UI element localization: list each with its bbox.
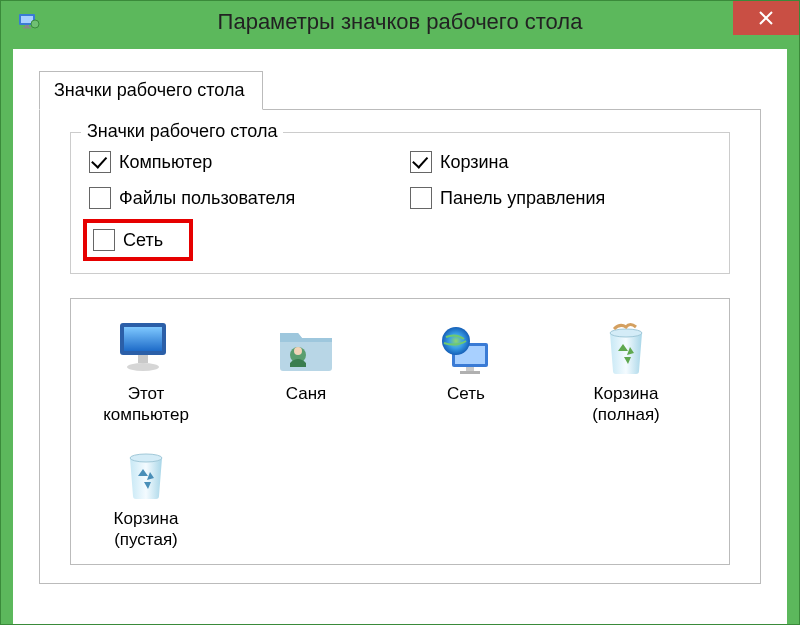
svg-point-8 [127, 363, 159, 371]
desktop-icons-groupbox: Значки рабочего стола Компьютер Корзина [70, 132, 730, 274]
icon-item-thispc[interactable]: Этот компьютер [81, 315, 211, 430]
checkbox-label: Корзина [440, 152, 509, 173]
checkbox-network[interactable]: Сеть [93, 229, 163, 251]
icon-label: Корзина (полная) [592, 383, 660, 426]
checkbox-label: Файлы пользователя [119, 188, 295, 209]
svg-rect-6 [124, 327, 162, 351]
checkbox-recyclebin[interactable]: Корзина [410, 151, 711, 173]
svg-point-17 [130, 454, 162, 462]
user-folder-icon [274, 319, 338, 377]
checkbox-icon [410, 151, 432, 173]
icon-item-user[interactable]: Саня [241, 315, 371, 430]
tab-label: Значки рабочего стола [54, 80, 244, 100]
close-icon [759, 11, 773, 25]
checkbox-icon [89, 151, 111, 173]
svg-rect-3 [23, 27, 31, 29]
checkbox-label: Сеть [123, 230, 163, 251]
recycle-bin-empty-icon [114, 444, 178, 502]
svg-rect-15 [460, 371, 480, 374]
titlebar: Параметры значков рабочего стола [1, 1, 799, 43]
highlight-annotation: Сеть [83, 219, 193, 261]
checkbox-controlpanel[interactable]: Панель управления [410, 187, 711, 209]
close-button[interactable] [733, 1, 799, 35]
icon-item-recycle-full[interactable]: Корзина (полная) [561, 315, 691, 430]
tab-control: Значки рабочего стола Значки рабочего ст… [39, 71, 761, 584]
icon-preview-list: Этот компьютер Саня [70, 298, 730, 565]
icon-label: Саня [286, 383, 327, 404]
icon-label: Сеть [447, 383, 485, 404]
svg-rect-2 [25, 25, 29, 27]
svg-point-16 [610, 329, 642, 337]
icon-label: Этот компьютер [103, 383, 189, 426]
checkbox-computer[interactable]: Компьютер [89, 151, 390, 173]
network-icon [434, 319, 498, 377]
checkbox-label: Панель управления [440, 188, 605, 209]
dialog-window: Параметры значков рабочего стола Значки … [0, 0, 800, 625]
groupbox-title: Значки рабочего стола [81, 121, 283, 142]
checkbox-icon [410, 187, 432, 209]
icon-item-network[interactable]: Сеть [401, 315, 531, 430]
svg-rect-14 [466, 367, 474, 371]
client-area: Значки рабочего стола Значки рабочего ст… [13, 49, 787, 624]
computer-icon [114, 319, 178, 377]
checkbox-icon [93, 229, 115, 251]
recycle-bin-full-icon [594, 319, 658, 377]
display-settings-icon [17, 10, 41, 34]
checkbox-userfiles[interactable]: Файлы пользователя [89, 187, 390, 209]
svg-rect-7 [138, 355, 148, 363]
tab-panel: Значки рабочего стола Компьютер Корзина [39, 109, 761, 584]
window-title: Параметры значков рабочего стола [218, 9, 583, 35]
tab-desktop-icons[interactable]: Значки рабочего стола [39, 71, 263, 110]
icon-item-recycle-empty[interactable]: Корзина (пустая) [81, 440, 211, 555]
svg-point-10 [294, 347, 302, 355]
svg-point-4 [31, 20, 39, 28]
icon-label: Корзина (пустая) [114, 508, 179, 551]
checkbox-label: Компьютер [119, 152, 212, 173]
checkbox-icon [89, 187, 111, 209]
